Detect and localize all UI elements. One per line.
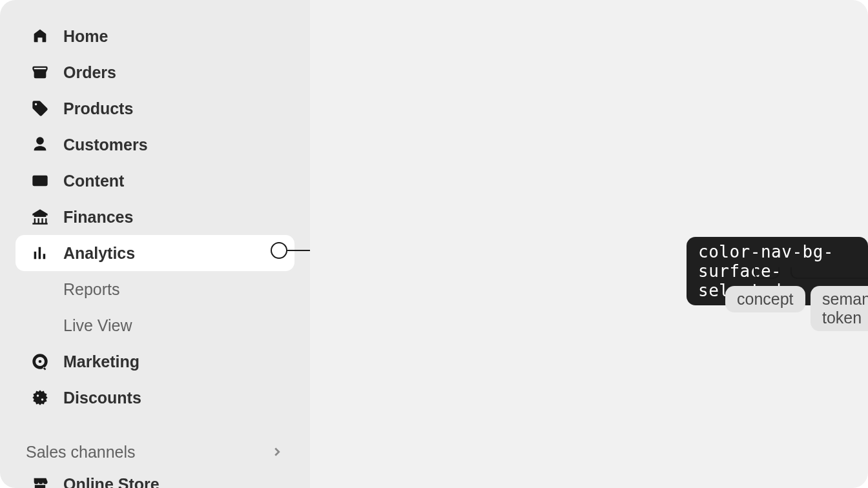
sidebar-item-label: Analytics [63, 244, 135, 263]
analytics-icon [31, 244, 49, 262]
sidebar-item-label: Marketing [63, 352, 140, 371]
annotation-bracket-semantic [790, 267, 868, 279]
sidebar-item-label: Home [63, 27, 108, 46]
app-frame: Home Orders Products Customers Content [0, 0, 868, 488]
sidebar-item-label: Orders [63, 63, 116, 82]
sidebar-item-content[interactable]: Content [0, 163, 310, 199]
sidebar-item-online-store[interactable]: Online Store [0, 466, 310, 488]
annotation-bracket-concept [754, 267, 780, 279]
sidebar-item-discounts[interactable]: Discounts [0, 380, 310, 416]
sidebar-item-orders[interactable]: Orders [0, 54, 310, 90]
sidebar-item-home[interactable]: Home [0, 18, 310, 54]
sidebar-subitem-label: Live View [63, 316, 132, 335]
sidebar: Home Orders Products Customers Content [0, 0, 310, 488]
main-canvas: color-nav-bg-surface-selected concept se… [310, 0, 868, 488]
chevron-right-icon [270, 445, 284, 459]
customers-icon [31, 136, 49, 154]
section-header-sales-channels[interactable]: Sales channels [0, 423, 310, 462]
sidebar-item-marketing[interactable]: Marketing [0, 343, 310, 380]
tag-label: concept [737, 290, 794, 308]
content-icon [31, 172, 49, 190]
sidebar-item-label: Products [63, 99, 133, 118]
sidebar-item-finances[interactable]: Finances [0, 199, 310, 235]
tag-label: semantic token [822, 290, 868, 327]
sidebar-item-label: Online Store [63, 475, 160, 489]
tag-concept: concept [725, 286, 805, 312]
sidebar-item-products[interactable]: Products [0, 90, 310, 127]
home-icon [31, 27, 49, 45]
orders-icon [31, 63, 49, 81]
sidebar-item-customers[interactable]: Customers [0, 127, 310, 163]
finances-icon [31, 208, 49, 226]
sidebar-item-label: Finances [63, 208, 133, 227]
marketing-icon [31, 352, 49, 371]
discounts-icon [31, 389, 49, 407]
annotation-marker [271, 242, 287, 259]
sidebar-item-label: Discounts [63, 389, 141, 407]
sidebar-item-analytics[interactable]: Analytics [16, 235, 294, 271]
sidebar-subitem-live-view[interactable]: Live View [0, 307, 310, 343]
sidebar-item-label: Content [63, 172, 124, 190]
section-header-label: Sales channels [26, 443, 136, 462]
sidebar-subitem-label: Reports [63, 280, 120, 299]
store-icon [31, 475, 49, 488]
tag-semantic-token: semantic token [811, 286, 868, 331]
sidebar-subitem-reports[interactable]: Reports [0, 271, 310, 307]
sidebar-item-label: Customers [63, 136, 148, 154]
products-icon [31, 99, 49, 117]
